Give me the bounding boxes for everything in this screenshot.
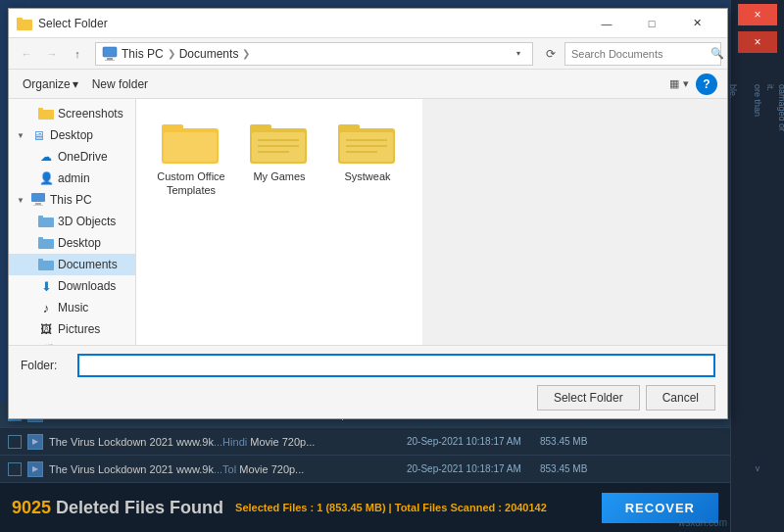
sidebar-item-this-pc[interactable]: ▼ This PC [9, 189, 135, 211]
file-type-icon: ▶ [27, 461, 43, 477]
bottom-status-bar: 9025 Deleted Files Found Selected Files … [0, 483, 730, 532]
sidebar-item-admin[interactable]: 👤 admin [9, 168, 135, 189]
breadcrumb-documents[interactable]: Documents [179, 47, 239, 61]
svg-rect-2 [103, 47, 117, 57]
dialog-toolbar: ← → ↑ This PC ❯ Documents ❯ ▾ ⟳ 🔍 [9, 38, 727, 70]
svg-rect-9 [33, 205, 43, 206]
computer-icon [30, 192, 46, 208]
folder-icon-systweak [338, 119, 397, 166]
onedrive-icon: ☁ [38, 149, 54, 165]
svg-rect-30 [338, 124, 360, 132]
folder-icon-custom-office [162, 119, 220, 166]
up-button[interactable]: ↑ [66, 42, 89, 66]
folder-name: Custom Office Templates [156, 169, 226, 198]
svg-rect-31 [340, 132, 393, 162]
address-dropdown[interactable]: ▾ [511, 46, 526, 62]
address-bar: This PC ❯ Documents ❯ ▾ [95, 42, 533, 66]
computer-icon [102, 46, 118, 62]
folder-sidebar: Screenshots ▼ 🖥 Desktop ☁ OneDrive � [9, 99, 136, 345]
folder-item-my-games[interactable]: My Games [240, 115, 318, 202]
sidebar-item-3d-objects[interactable]: 3D Objects [9, 211, 135, 232]
minimize-button[interactable]: — [584, 9, 629, 38]
row-checkbox[interactable] [8, 435, 22, 449]
sidebar-label: Screenshots [58, 107, 123, 121]
sidebar-label: Desktop [58, 236, 101, 250]
svg-rect-7 [31, 193, 45, 202]
file-size: 853.45 MB [540, 463, 618, 474]
dialog-titlebar: Select Folder — □ ✕ [9, 9, 727, 38]
row-checkbox[interactable] [8, 462, 22, 476]
sidebar-label: Documents [58, 258, 118, 271]
search-input[interactable] [571, 48, 707, 60]
sidebar-item-documents[interactable]: Documents [9, 254, 135, 275]
file-date: 20-Sep-2021 10:18:17 AM [407, 463, 534, 474]
search-icon: 🔍 [710, 47, 724, 60]
forward-button[interactable]: → [40, 42, 64, 66]
sidebar-label: 3D Objects [58, 215, 116, 228]
breadcrumb-separator-1: ❯ [168, 48, 175, 59]
view-dropdown-button[interactable]: ▦ ▾ [666, 73, 692, 95]
sidebar-label: This PC [50, 193, 92, 207]
select-folder-dialog: Select Folder — □ ✕ ← → ↑ This PC ❯ Docu… [8, 8, 728, 419]
breadcrumb-separator-2: ❯ [242, 48, 250, 59]
sidebar-label: Desktop [50, 128, 93, 142]
right-bottom-text: v [756, 463, 760, 473]
search-box: 🔍 [564, 42, 721, 66]
folder-icon [38, 235, 54, 251]
refresh-button[interactable]: ⟳ [539, 42, 563, 66]
breadcrumb-this-pc[interactable]: This PC [122, 47, 164, 61]
svg-rect-1 [17, 18, 23, 22]
svg-rect-10 [38, 218, 54, 227]
svg-rect-6 [38, 108, 43, 111]
address-breadcrumb: This PC ❯ Documents ❯ [122, 47, 507, 61]
dialog-content: Screenshots ▼ 🖥 Desktop ☁ OneDrive � [9, 99, 727, 345]
view-controls: ▦ ▾ [666, 73, 692, 95]
sidebar-item-downloads[interactable]: ⬇ Downloads [9, 275, 135, 297]
svg-rect-24 [250, 124, 271, 132]
action-bar: Organize ▾ New folder ▦ ▾ ? [9, 70, 727, 99]
svg-rect-12 [38, 239, 54, 249]
folder-item-custom-office[interactable]: Custom Office Templates [152, 115, 230, 202]
file-size: 853.45 MB [540, 436, 618, 447]
close-icon: × [754, 8, 760, 22]
table-row[interactable]: ▶ The Virus Lockdown 2021 www.9k...Tol M… [0, 456, 730, 483]
sidebar-item-desktop2[interactable]: Desktop [9, 232, 135, 254]
organize-button[interactable]: Organize ▾ [19, 75, 82, 93]
close-button-2[interactable]: × [738, 31, 777, 53]
sidebar-item-pictures[interactable]: 🖼 Pictures [9, 318, 135, 340]
table-row[interactable]: ▶ The Virus Lockdown 2021 www.9k...Hindi… [0, 428, 730, 456]
svg-rect-5 [38, 110, 54, 120]
svg-rect-21 [162, 124, 183, 132]
sidebar-item-screenshots[interactable]: Screenshots [9, 103, 135, 124]
footer-buttons: Select Folder Cancel [21, 385, 715, 411]
new-folder-button[interactable]: New folder [86, 75, 154, 93]
svg-rect-14 [38, 261, 54, 270]
sidebar-label: admin [58, 171, 90, 185]
close-button-1[interactable]: × [738, 4, 777, 25]
file-area: Custom Office Templates [136, 99, 422, 345]
dialog-title: Select Folder [38, 17, 584, 30]
sidebar-label: Downloads [58, 279, 116, 293]
file-name: The Virus Lockdown 2021 www.9k...Tol Mov… [49, 463, 401, 475]
cancel-button[interactable]: Cancel [646, 385, 715, 411]
sidebar-item-onedrive[interactable]: ☁ OneDrive [9, 146, 135, 168]
back-button[interactable]: ← [15, 42, 38, 66]
folder-item-systweak[interactable]: Systweak [328, 115, 407, 202]
expand-icon: ▼ [17, 196, 26, 205]
folder-name: Systweak [344, 169, 390, 183]
dialog-close-button[interactable]: ✕ [674, 9, 719, 38]
file-date: 20-Sep-2021 10:18:17 AM [407, 436, 534, 447]
dialog-footer: Folder: Select Folder Cancel [9, 345, 727, 418]
folder-icon [38, 106, 54, 121]
sidebar-label: Pictures [58, 322, 100, 336]
expand-icon: ▼ [17, 131, 26, 140]
folder-input[interactable] [77, 354, 715, 377]
maximize-button[interactable]: □ [629, 9, 674, 38]
select-folder-button[interactable]: Select Folder [537, 385, 640, 411]
sidebar-item-desktop[interactable]: ▼ 🖥 Desktop [9, 124, 135, 146]
help-button[interactable]: ? [696, 73, 717, 95]
folder-icon-my-games [250, 119, 309, 166]
desktop-icon: 🖥 [30, 127, 46, 143]
sidebar-item-music[interactable]: ♪ Music [9, 297, 135, 318]
svg-rect-15 [38, 259, 43, 262]
